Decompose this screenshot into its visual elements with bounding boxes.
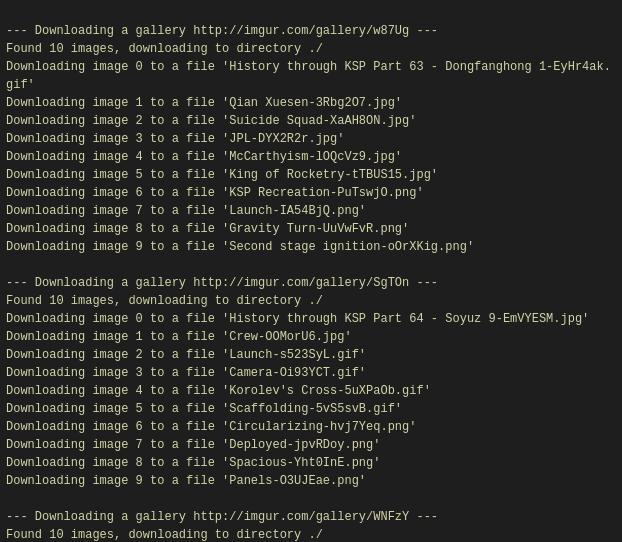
terminal-line: Downloading image 3 to a file 'JPL-DYX2R… [6, 130, 616, 148]
terminal-line: Downloading image 7 to a file 'Deployed-… [6, 436, 616, 454]
terminal-line: Downloading image 4 to a file 'Korolev's… [6, 382, 616, 400]
terminal-line: --- Downloading a gallery http://imgur.c… [6, 508, 616, 526]
terminal-line: Found 10 images, downloading to director… [6, 40, 616, 58]
terminal-line: Downloading image 7 to a file 'Launch-IA… [6, 202, 616, 220]
terminal-line: Downloading image 0 to a file 'History t… [6, 310, 616, 328]
terminal-line: Downloading image 5 to a file 'Scaffoldi… [6, 400, 616, 418]
terminal-line: Downloading image 9 to a file 'Panels-O3… [6, 472, 616, 490]
terminal-line: Downloading image 1 to a file 'Qian Xues… [6, 94, 616, 112]
terminal-line: Downloading image 2 to a file 'Suicide S… [6, 112, 616, 130]
terminal-line: Downloading image 2 to a file 'Launch-s5… [6, 346, 616, 364]
terminal-line: Downloading image 0 to a file 'History t… [6, 58, 616, 94]
terminal-line: --- Downloading a gallery http://imgur.c… [6, 274, 616, 292]
terminal-line: Found 10 images, downloading to director… [6, 526, 616, 542]
terminal-line [6, 256, 616, 274]
terminal-line: Downloading image 8 to a file 'Gravity T… [6, 220, 616, 238]
terminal-output: --- Downloading a gallery http://imgur.c… [6, 4, 616, 542]
terminal-line: Downloading image 1 to a file 'Crew-OOMo… [6, 328, 616, 346]
terminal-line [6, 490, 616, 508]
terminal-line: Downloading image 9 to a file 'Second st… [6, 238, 616, 256]
terminal-line: Found 10 images, downloading to director… [6, 292, 616, 310]
terminal-line: Downloading image 6 to a file 'Circulari… [6, 418, 616, 436]
terminal-line: Downloading image 5 to a file 'King of R… [6, 166, 616, 184]
terminal-line: Downloading image 4 to a file 'McCarthyi… [6, 148, 616, 166]
terminal-line: Downloading image 3 to a file 'Camera-Oi… [6, 364, 616, 382]
terminal-line: --- Downloading a gallery http://imgur.c… [6, 22, 616, 40]
terminal-line: Downloading image 8 to a file 'Spacious-… [6, 454, 616, 472]
terminal-line: Downloading image 6 to a file 'KSP Recre… [6, 184, 616, 202]
